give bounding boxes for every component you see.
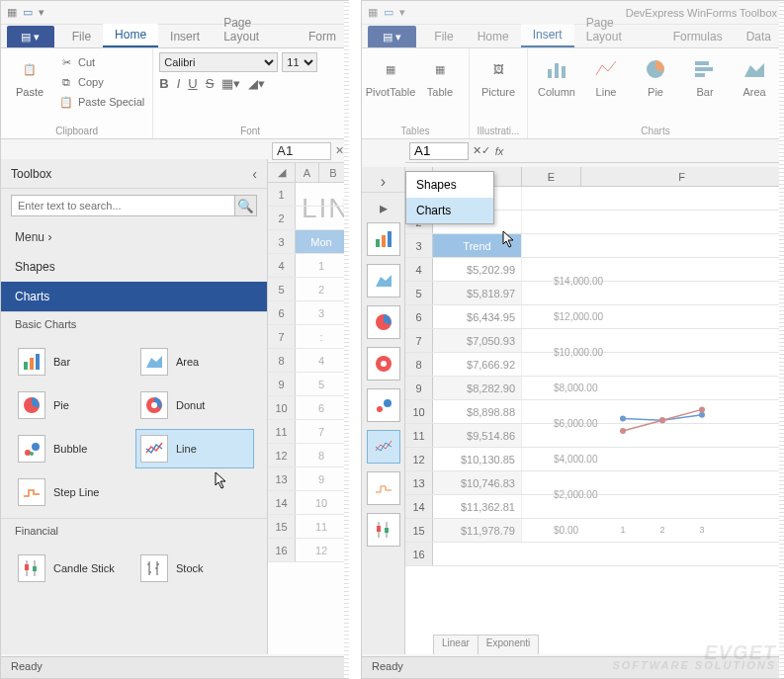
tab-file[interactable]: File (60, 26, 103, 47)
toolbox-panel: Toolbox ‹ 🔍 Menu › Shapes Charts Basic C… (1, 159, 268, 654)
tab-exp[interactable]: Exponenti (478, 635, 539, 654)
italic-button[interactable]: I (177, 76, 181, 91)
svg-rect-24 (695, 61, 709, 65)
bar-button[interactable]: Bar (682, 52, 728, 100)
svg-marker-3 (146, 356, 162, 368)
tab-home[interactable]: Home (466, 26, 521, 47)
fill-button[interactable]: ◢▾ (248, 76, 265, 91)
table-button[interactable]: ▦Table (417, 52, 463, 100)
item-stepline[interactable]: Step Line (13, 472, 131, 512)
cell-ref-right[interactable] (409, 142, 469, 160)
cut-button[interactable]: ✂Cut (56, 52, 146, 72)
menu-arrow-icon[interactable]: ▸ (380, 197, 388, 218)
tab-data[interactable]: Data (735, 26, 783, 47)
tab-formulas[interactable]: Formulas (661, 26, 735, 47)
cancel-icon[interactable]: ✕ (473, 144, 481, 157)
strike-button[interactable]: S (206, 76, 215, 91)
illu-label: Illustrati... (476, 124, 521, 136)
accept-icon[interactable]: ✓ (481, 144, 490, 157)
new-icon[interactable]: ▭ (23, 6, 33, 19)
toolbox-menu[interactable]: Menu › (1, 222, 267, 252)
svg-rect-38 (377, 526, 381, 532)
dropdown-icon[interactable]: ▾ (39, 6, 44, 19)
font-size-select[interactable]: 11 (282, 52, 317, 72)
mini-bubble[interactable] (367, 388, 400, 422)
dropdown-icon[interactable]: ▾ (399, 6, 405, 19)
item-pie[interactable]: Pie (13, 385, 131, 425)
fx-icon[interactable]: fx (490, 145, 508, 157)
svg-rect-25 (695, 67, 713, 71)
tab-form[interactable]: Form (297, 26, 348, 47)
item-area[interactable]: Area (135, 342, 254, 382)
mini-pie[interactable] (367, 305, 400, 339)
search-input[interactable] (11, 195, 235, 216)
category-charts[interactable]: Charts (1, 282, 267, 311)
paste-button[interactable]: 📋 Paste (7, 52, 52, 100)
tab-file[interactable]: File (422, 26, 465, 47)
svg-rect-2 (36, 354, 40, 370)
item-candle[interactable]: Candle Stick (13, 549, 131, 588)
bold-button[interactable]: B (159, 76, 168, 91)
svg-marker-31 (376, 275, 392, 287)
header-month[interactable]: Mon (296, 230, 348, 253)
copy-icon: ⧉ (58, 74, 74, 90)
paste-special-button[interactable]: 📋Paste Special (56, 92, 146, 112)
mini-line[interactable] (367, 430, 400, 464)
cut-icon: ✂ (58, 54, 74, 70)
sheet-tabs: Linear Exponenti (433, 635, 538, 654)
svg-rect-0 (24, 362, 28, 370)
svg-point-44 (620, 428, 626, 434)
cell-ref-left[interactable] (272, 142, 331, 160)
new-icon[interactable]: ▭ (384, 6, 393, 19)
cancel-icon[interactable]: ✕ (335, 144, 344, 157)
col-e[interactable]: E (522, 167, 581, 186)
area-button[interactable]: Area (732, 52, 777, 100)
tab-linear[interactable]: Linear (433, 635, 479, 654)
app-menu-button[interactable]: ▤ ▾ (7, 26, 54, 47)
mini-area[interactable] (367, 264, 400, 297)
svg-rect-29 (382, 235, 386, 247)
border-button[interactable]: ▦▾ (221, 76, 240, 91)
pivot-button[interactable]: ▦PivotTable (368, 52, 413, 100)
column-button[interactable]: Column (534, 52, 579, 100)
popup-charts[interactable]: Charts (406, 198, 493, 223)
toolbox-title: Toolbox (11, 167, 51, 181)
tab-pagelayout[interactable]: Page Layout (212, 12, 297, 47)
app-menu-button[interactable]: ▤ ▾ (368, 26, 416, 47)
mini-toolbox: › ▸ (362, 167, 405, 654)
svg-point-6 (151, 402, 157, 408)
underline-button[interactable]: U (188, 76, 197, 91)
tab-pagelayout[interactable]: Page Layout (574, 12, 661, 47)
item-bubble[interactable]: Bubble (13, 429, 131, 468)
mini-stepline[interactable] (367, 471, 400, 505)
item-stock[interactable]: Stock (135, 549, 254, 588)
line-button[interactable]: Line (583, 52, 629, 100)
popup-shapes[interactable]: Shapes (406, 172, 493, 198)
tab-home[interactable]: Home (103, 24, 158, 47)
search-button[interactable]: 🔍 (235, 195, 257, 216)
category-shapes[interactable]: Shapes (1, 252, 267, 282)
mini-candle[interactable] (367, 513, 400, 547)
embedded-chart[interactable]: $14,000.00$12,000.00$10,000.00$8,000.00$… (554, 266, 722, 543)
font-name-select[interactable]: Calibri (159, 52, 278, 72)
col-f[interactable]: F (581, 167, 783, 186)
expand-icon[interactable]: › (362, 171, 404, 193)
svg-rect-30 (388, 231, 392, 247)
col-a[interactable]: A (296, 163, 319, 182)
svg-point-41 (620, 415, 626, 421)
mini-donut[interactable] (367, 347, 400, 381)
item-donut[interactable]: Donut (135, 385, 254, 425)
corner-cell[interactable]: ◢ (268, 163, 296, 182)
item-line[interactable]: Line (135, 429, 254, 468)
picture-button[interactable]: 🖼Picture (476, 52, 521, 100)
copy-button[interactable]: ⧉Copy (56, 72, 146, 92)
mini-bar[interactable] (367, 222, 400, 256)
tab-insert[interactable]: Insert (521, 24, 574, 47)
candle-chart-icon (18, 554, 45, 582)
tab-insert[interactable]: Insert (158, 26, 212, 47)
item-bar[interactable]: Bar (13, 342, 131, 382)
pie-button[interactable]: Pie (633, 52, 678, 100)
collapse-icon[interactable]: ‹ (252, 166, 257, 182)
line-icon (591, 54, 621, 84)
svg-point-9 (30, 452, 34, 456)
